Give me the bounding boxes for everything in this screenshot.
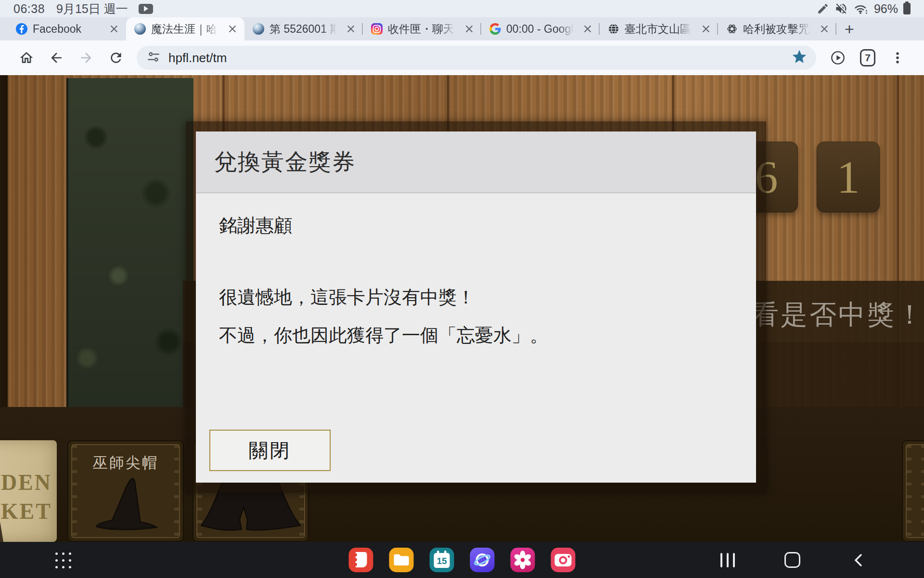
tab-strip: Facebook 魔法生涯｜哈利 第 5526001 期 <box>0 17 924 40</box>
tab-close-icon[interactable] <box>107 22 121 36</box>
tab-label: 收件匣・聊天室 <box>388 22 457 37</box>
wizard-hat-icon <box>87 475 164 542</box>
recents-button[interactable] <box>715 542 740 578</box>
tab-hpfl-game[interactable]: 魔法生涯｜哈利 <box>126 17 244 40</box>
tab-instagram-inbox[interactable]: 收件匣・聊天室 <box>363 17 481 40</box>
tab-close-icon[interactable] <box>462 22 476 36</box>
camera-icon[interactable] <box>551 548 576 572</box>
scratch-card-area <box>66 78 193 407</box>
golden-ticket-card[interactable]: DEN KET <box>0 440 57 542</box>
tab-label: 哈利被攻擊咒語 <box>743 22 812 37</box>
tab-label: 00:00 - Googl <box>506 23 575 36</box>
home-button[interactable] <box>19 50 34 66</box>
dialog-message-line: 不過，你也因此獲得了一個「忘憂水」。 <box>219 323 733 348</box>
battery-icon <box>903 3 911 14</box>
instagram-icon <box>371 23 383 35</box>
facebook-icon <box>16 23 27 35</box>
banner-text: 看是否中獎！ <box>752 297 924 333</box>
close-button[interactable]: 關閉 <box>209 430 331 471</box>
dialog-greeting: 銘謝惠顧 <box>219 213 733 238</box>
svg-text:15: 15 <box>436 556 447 566</box>
my-files-icon[interactable] <box>389 548 414 572</box>
tab-close-icon[interactable] <box>344 22 358 36</box>
tab-chatgpt[interactable]: 哈利被攻擊咒語 <box>718 17 836 40</box>
webpage-content: 看是否中獎！ 6 1 DEN KET 巫師尖帽 <box>0 75 924 542</box>
google-icon <box>489 23 501 35</box>
dialog-message-line: 很遺憾地，這張卡片沒有中獎！ <box>219 285 733 310</box>
tab-close-icon[interactable] <box>699 22 713 36</box>
media-playback-icon[interactable] <box>830 50 846 66</box>
status-time: 06:38 <box>13 2 45 16</box>
battery-percent: 96% <box>874 2 898 16</box>
number-tile[interactable]: 1 <box>817 142 880 212</box>
screen: 06:38 9月15日 週一 <box>0 0 924 578</box>
tab-label: Facebook <box>33 23 102 36</box>
status-date: 9月15日 週一 <box>56 1 128 17</box>
tab-close-icon[interactable] <box>580 22 595 36</box>
ticket-text-line: KET <box>0 497 52 526</box>
youtube-notification-icon <box>139 4 153 14</box>
reload-button[interactable] <box>108 50 124 66</box>
tab-close-icon[interactable] <box>225 22 240 36</box>
tab-label: 臺北市文山區寺 <box>625 22 693 37</box>
hpfl-sphere-icon <box>253 23 264 35</box>
wifi-icon <box>853 2 869 15</box>
browser-toolbar: hpfl.net/tm 7 <box>0 40 924 75</box>
menu-kebab-icon[interactable] <box>890 50 905 66</box>
tab-lottery-issue[interactable]: 第 5526001 期 <box>244 17 363 40</box>
calendar-icon[interactable]: 15 <box>430 548 454 572</box>
tab-facebook[interactable]: Facebook <box>8 17 126 40</box>
gallery-icon[interactable] <box>511 548 535 572</box>
tab-count: 7 <box>860 49 875 66</box>
dialog-title: 兌換黃金獎券 <box>214 147 356 177</box>
partial-card-edge <box>902 440 924 542</box>
status-bar: 06:38 9月15日 週一 <box>0 0 924 17</box>
tab-google-timer[interactable]: 00:00 - Googl <box>481 17 600 40</box>
forward-button[interactable] <box>78 50 94 66</box>
home-nav-button[interactable] <box>780 542 805 578</box>
dialog-shadow-frame: 兌換黃金獎券 銘謝惠顧 很遺憾地，這張卡片沒有中獎！ 不過，你也因此獲得了一個「… <box>186 121 766 493</box>
back-button[interactable] <box>49 50 64 66</box>
tab-switcher-button[interactable]: 7 <box>860 50 875 66</box>
redeem-ticket-dialog: 兌換黃金獎券 銘謝惠顧 很遺憾地，這張卡片沒有中獎！ 不過，你也因此獲得了一個「… <box>196 131 756 483</box>
globe-icon <box>608 23 619 35</box>
tab-close-icon[interactable] <box>817 22 832 36</box>
bookmark-star-icon[interactable] <box>791 49 808 67</box>
android-taskbar: 15 <box>0 542 924 578</box>
back-nav-button[interactable] <box>846 542 871 578</box>
tab-temple-map[interactable]: 臺北市文山區寺 <box>600 17 718 40</box>
samsung-notes-icon[interactable] <box>349 548 373 572</box>
ticket-text-line: DEN <box>0 468 52 497</box>
new-tab-button[interactable]: + <box>836 17 862 40</box>
chatgpt-icon <box>726 23 738 35</box>
wizard-hat-card[interactable]: 巫師尖帽 <box>67 440 184 542</box>
dialog-header: 兌換黃金獎券 <box>196 131 756 193</box>
url-text[interactable]: hpfl.net/tm <box>168 51 227 66</box>
site-settings-icon[interactable] <box>146 50 161 66</box>
samsung-internet-icon[interactable] <box>470 548 495 572</box>
hpfl-sphere-icon <box>134 23 146 35</box>
mute-icon <box>834 2 848 15</box>
taskbar-apps: 15 <box>349 548 576 572</box>
tab-label: 魔法生涯｜哈利 <box>151 22 220 37</box>
app-drawer-button[interactable] <box>51 549 75 572</box>
address-bar[interactable]: hpfl.net/tm <box>137 46 816 70</box>
hat-card-title: 巫師尖帽 <box>68 453 183 473</box>
stylus-pen-icon <box>817 2 829 15</box>
tab-label: 第 5526001 期 <box>270 22 338 37</box>
